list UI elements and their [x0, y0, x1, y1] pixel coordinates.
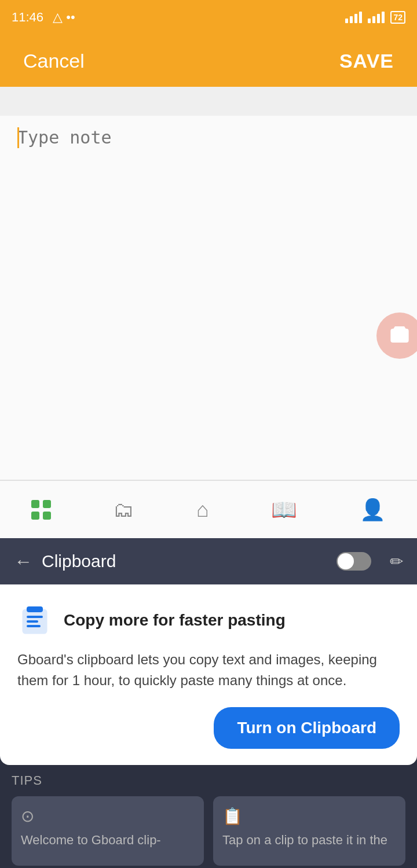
- tips-section: TIPS ⊙ Welcome to Gboard clip- 📋 Tap on …: [0, 765, 417, 868]
- note-area: [0, 87, 417, 480]
- save-button[interactable]: SAVE: [339, 50, 394, 72]
- bottom-nav: 🗂 ⌂ 📖 👤: [0, 480, 417, 538]
- battery-icon: 72: [390, 11, 405, 24]
- clipboard-toggle[interactable]: [336, 552, 371, 571]
- book-icon: 📖: [271, 498, 297, 522]
- profile-icon: 👤: [360, 498, 386, 522]
- clipboard-blue-icon: [17, 603, 52, 638]
- status-bar: 11:46 △ •• 72: [0, 0, 417, 35]
- status-bar-left: 11:46 △ ••: [12, 10, 75, 25]
- promo-card-header: Copy more for faster pasting: [17, 603, 400, 638]
- text-cursor: [17, 127, 19, 148]
- grid-icon: [31, 500, 51, 520]
- promo-card-body: Gboard's clipboard lets you copy text an…: [17, 649, 400, 691]
- tips-label: TIPS: [12, 773, 405, 788]
- clipboard-header: ← Clipboard ✏: [0, 538, 417, 584]
- edit-icon-button[interactable]: ✏: [390, 552, 403, 571]
- toggle-knob: [338, 553, 354, 569]
- camera-fab-button[interactable]: [376, 312, 417, 359]
- promo-card-title: Copy more for faster pasting: [64, 611, 286, 630]
- svg-rect-2: [27, 616, 43, 618]
- time-display: 11:46: [12, 10, 43, 25]
- cancel-button[interactable]: Cancel: [23, 50, 85, 72]
- signal-bars: [345, 12, 362, 23]
- tip-card-text-1: Tap on a clip to paste it in the: [222, 832, 396, 849]
- nav-item-home[interactable]: ⌂: [196, 498, 209, 522]
- status-bar-right: 72: [345, 11, 405, 24]
- nav-item-book[interactable]: 📖: [271, 498, 297, 522]
- nav-item-clipboard[interactable]: 🗂: [113, 498, 134, 522]
- tip-card-text-0: Welcome to Gboard clip-: [21, 832, 195, 849]
- clipboard-small-icon: 📋: [222, 807, 396, 826]
- svg-rect-3: [27, 620, 38, 623]
- clipboard-nav-icon: 🗂: [113, 498, 134, 522]
- note-input[interactable]: [0, 116, 417, 405]
- tip-card-0[interactable]: ⊙ Welcome to Gboard clip-: [12, 796, 204, 866]
- back-arrow-button[interactable]: ←: [14, 551, 32, 572]
- nav-item-grid[interactable]: [31, 500, 51, 520]
- promo-card: Copy more for faster pasting Gboard's cl…: [0, 584, 417, 765]
- tips-cards: ⊙ Welcome to Gboard clip- 📋 Tap on a cli…: [12, 796, 405, 866]
- svg-rect-4: [27, 625, 41, 627]
- nav-item-profile[interactable]: 👤: [360, 498, 386, 522]
- home-icon: ⌂: [196, 498, 209, 522]
- signal-bars-2: [368, 12, 385, 23]
- keyboard-area: ← Clipboard ✏ Copy more for faster pasti…: [0, 538, 417, 868]
- svg-rect-1: [27, 606, 43, 612]
- note-title-bar: [0, 87, 417, 116]
- notification-icons: △ ••: [53, 10, 75, 25]
- toggle-icon: ⊙: [21, 807, 195, 826]
- camera-icon: [388, 324, 411, 347]
- clipboard-title: Clipboard: [42, 551, 327, 571]
- turn-on-clipboard-button[interactable]: Turn on Clipboard: [214, 707, 400, 749]
- action-bar: Cancel SAVE: [0, 35, 417, 87]
- tip-card-1[interactable]: 📋 Tap on a clip to paste it in the: [213, 796, 405, 866]
